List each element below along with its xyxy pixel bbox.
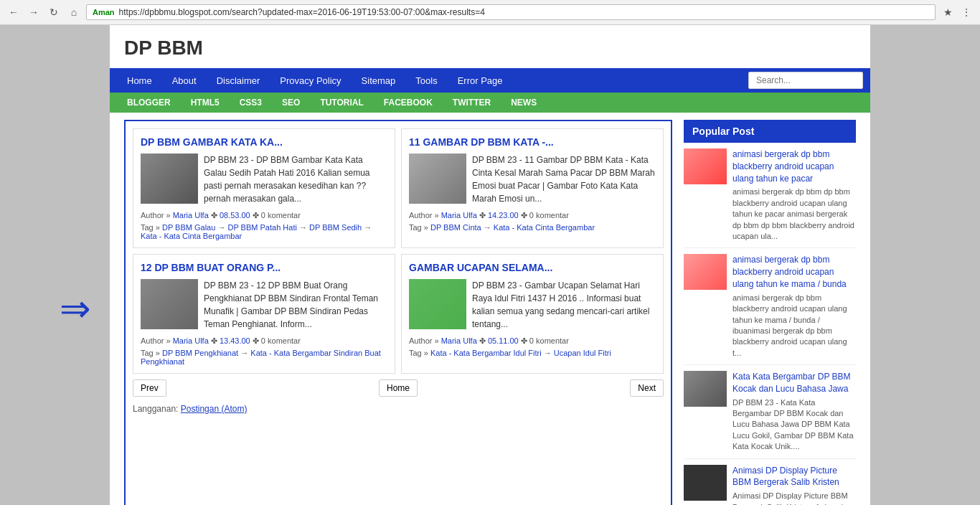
page-wrapper: DP BBM Home About Disclaimer Provacy Pol… [110,25,870,505]
post-tag-4-1[interactable]: Kata - Kata Bergambar Idul Fitri [430,349,542,357]
nav-link-html5[interactable]: HTML5 [181,93,230,113]
menu-button[interactable]: ⋮ [958,4,974,20]
post-meta-3: Author » Maria Ulfa ✤ 13.43.00 ✤ 0 komen… [141,336,387,346]
post-tags-4: Tag » Kata - Kata Bergambar Idul Fitri →… [409,349,656,357]
nav-link-privacy[interactable]: Provacy Policy [270,70,351,92]
popular-post-thumb-4 [684,465,727,501]
post-card-4: GAMBAR UCAPAN SELAMA... DP BBM 23 - Gamb… [401,254,664,374]
nav-search[interactable] [741,68,870,93]
site-title: DP BBM [124,37,856,60]
subscribe-label: Langganan: [133,404,178,414]
popular-post-title-2[interactable]: animasi bergerak dp bbm blackberry andro… [732,255,847,289]
post-tag-1-1[interactable]: DP BBM Galau [162,223,215,232]
post-title-1[interactable]: DP BBM GAMBAR KATA KA... [141,136,387,148]
popular-post-content-2: animasi bergerak dp bbm blackberry andro… [732,254,856,359]
post-time-3[interactable]: 13.43.00 [220,336,250,345]
next-button[interactable]: Next [630,379,664,397]
post-card-2: 11 GAMBAR DP BBM KATA -... DP BBM 23 - 1… [401,128,664,248]
post-tags-1: Tag » DP BBM Galau → DP BBM Patah Hati →… [141,223,387,240]
post-tag-1-2[interactable]: DP BBM Patah Hati [227,223,296,232]
post-title-3[interactable]: 12 DP BBM BUAT ORANG P... [141,262,387,273]
nav-link-disclaimer[interactable]: Disclaimer [207,70,270,92]
post-author-3[interactable]: Maria Ulfa [173,336,209,345]
post-card-1: DP BBM GAMBAR KATA KA... DP BBM 23 - DP … [133,128,395,248]
nav-link-error[interactable]: Error Page [448,70,513,92]
address-bar[interactable]: Aman https://dpbbmu.blogspot.com/search?… [86,4,936,20]
nav-link-sitemap[interactable]: Sitemap [352,70,406,92]
post-time-4[interactable]: 05.11.00 [488,336,519,345]
nav-link-facebook[interactable]: FACEBOOK [374,93,443,113]
nav-item-error[interactable]: Error Page [448,70,513,92]
post-author-1[interactable]: Maria Ulfa [173,211,209,220]
nav-item-privacy[interactable]: Provacy Policy [270,70,351,92]
post-body-4: DP BBM 23 - Gambar Ucapan Selamat Hari R… [409,279,656,331]
nav-link-news[interactable]: NEWS [501,93,547,113]
post-author-4[interactable]: Maria Ulfa [441,336,477,345]
nav-link-blogger[interactable]: BLOGGER [117,93,181,113]
nav-item-css3[interactable]: CSS3 [230,93,272,113]
post-title-2[interactable]: 11 GAMBAR DP BBM KATA -... [409,136,656,148]
prev-button[interactable]: Prev [133,379,166,397]
back-button[interactable]: ← [6,4,22,20]
post-tag-2-1[interactable]: DP BBM Cinta [430,223,481,232]
nav-item-seo[interactable]: SEO [272,93,310,113]
post-title-4[interactable]: GAMBAR UCAPAN SELAMA... [409,262,656,273]
subscribe-link[interactable]: Postingan (Atom) [181,404,248,414]
pagination: Prev Home Next [133,374,664,400]
nav-link-tools[interactable]: Tools [405,70,447,92]
post-tag-3-1[interactable]: DP BBM Pengkhianat [162,349,238,357]
nav-item-tutorial[interactable]: TUTORIAL [310,93,373,113]
nav-item-sitemap[interactable]: Sitemap [352,70,406,92]
home-page-button[interactable]: Home [379,379,418,397]
refresh-button[interactable]: ↻ [46,4,62,20]
nav-item-about[interactable]: About [162,70,207,92]
post-meta-4: Author » Maria Ulfa ✤ 05.11.00 ✤ 0 komen… [409,336,656,346]
subscribe-area: Langganan: Postingan (Atom) [133,400,664,418]
nav-link-about[interactable]: About [162,70,207,92]
nav-link-twitter[interactable]: TWITTER [443,93,501,113]
popular-post-title-4[interactable]: Animasi DP Display Picture BBM Bergerak … [732,466,839,488]
popular-post-4: Animasi DP Display Picture BBM Bergerak … [684,459,856,505]
post-body-2: DP BBM 23 - 11 Gambar DP BBM Kata - Kata… [409,154,656,205]
post-meta-2: Author » Maria Ulfa ✤ 14.23.00 ✤ 0 komen… [409,211,656,220]
post-tag-4-2[interactable]: Ucapan Idul Fitri [554,349,611,357]
bookmark-button[interactable]: ★ [940,4,956,20]
search-input[interactable] [748,72,863,89]
nav-link-home[interactable]: Home [117,70,162,92]
browser-chrome: ← → ↻ ⌂ Aman https://dpbbmu.blogspot.com… [0,0,980,25]
nav-item-home[interactable]: Home [117,70,162,92]
post-tag-2-2[interactable]: Kata - Kata Cinta Bergambar [494,223,595,232]
left-arrow-icon: ⇒ [60,287,91,330]
nav-link-tutorial[interactable]: TUTORIAL [310,93,373,113]
post-comments-3: 0 komentar [261,336,301,345]
nav-link-css3[interactable]: CSS3 [230,93,272,113]
home-button[interactable]: ⌂ [66,4,82,20]
post-tags-3: Tag » DP BBM Pengkhianat → Kata - Kata B… [141,349,387,366]
post-meta-1: Author » Maria Ulfa ✤ 08.53.00 ✤ 0 komen… [141,211,387,220]
nav-item-html5[interactable]: HTML5 [181,93,230,113]
post-tag-1-4[interactable]: Kata - Kata Cinta Bergambar [141,232,242,240]
popular-post-content-4: Animasi DP Display Picture BBM Bergerak … [732,465,856,505]
popular-post-thumb-1 [684,148,727,184]
popular-post-3: Kata Kata Bergambar DP BBM Kocak dan Luc… [684,365,856,459]
post-author-2[interactable]: Maria Ulfa [441,211,477,220]
popular-post-2: animasi bergerak dp bbm blackberry andro… [684,248,856,365]
secondary-nav-list: BLOGGER HTML5 CSS3 SEO TUTORIAL FACEBOOK… [110,93,870,113]
post-tag-1-3[interactable]: DP BBM Sedih [309,223,362,232]
nav-item-blogger[interactable]: BLOGGER [117,93,181,113]
forward-button[interactable]: → [26,4,42,20]
post-time-2[interactable]: 14.23.00 [488,211,519,220]
nav-item-facebook[interactable]: FACEBOOK [374,93,443,113]
main-layout: DP BBM GAMBAR KATA KA... DP BBM 23 - DP … [110,113,870,505]
popular-post-title-1[interactable]: animasi bergerak dp bbm blackberry andro… [732,149,834,184]
nav-link-seo[interactable]: SEO [272,93,310,113]
nav-item-disclaimer[interactable]: Disclaimer [207,70,270,92]
popular-post-content-3: Kata Kata Bergambar DP BBM Kocak dan Luc… [732,371,856,453]
nav-item-news[interactable]: NEWS [501,93,547,113]
popular-post-title-3[interactable]: Kata Kata Bergambar DP BBM Kocak dan Luc… [732,372,851,394]
post-excerpt-1: DP BBM 23 - DP BBM Gambar Kata Kata Gala… [204,154,387,205]
url-display: https://dpbbmu.blogspot.com/search?updat… [119,7,485,17]
nav-item-tools[interactable]: Tools [405,70,447,92]
nav-item-twitter[interactable]: TWITTER [443,93,501,113]
post-time-1[interactable]: 08.53.00 [220,211,250,220]
